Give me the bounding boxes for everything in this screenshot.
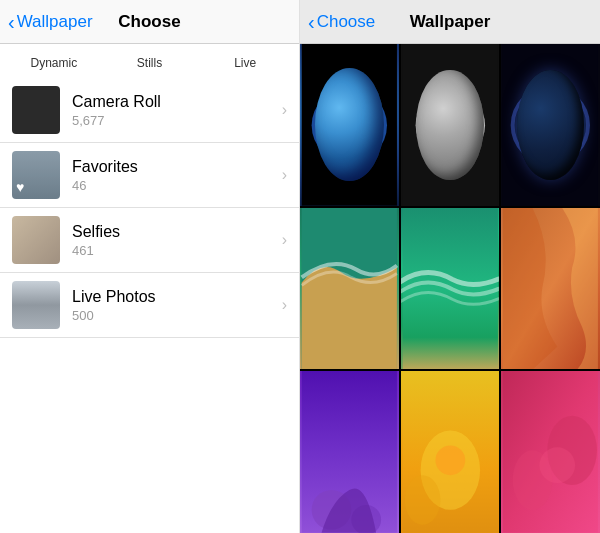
svg-point-21 xyxy=(432,106,442,116)
svg-point-18 xyxy=(312,88,387,163)
svg-point-29 xyxy=(553,110,556,113)
selfies-name: Selfies xyxy=(72,223,282,241)
left-nav-title: Choose xyxy=(118,12,180,32)
stills-label: Stills xyxy=(104,52,196,78)
svg-point-22 xyxy=(453,111,467,125)
pink-flower-wallpaper-cell[interactable] xyxy=(501,371,600,533)
wallpaper-photo-grid xyxy=(300,44,600,533)
camera-roll-count: 5,677 xyxy=(72,113,282,128)
right-nav-title: Wallpaper xyxy=(410,12,491,32)
right-panel: ‹ Choose Wallpaper xyxy=(300,0,600,533)
right-back-button[interactable]: ‹ Choose xyxy=(308,12,375,32)
svg-point-23 xyxy=(440,129,448,137)
favorites-name: Favorites xyxy=(72,158,282,176)
wave2-wallpaper-cell[interactable] xyxy=(401,208,500,370)
svg-point-30 xyxy=(559,121,563,125)
svg-point-44 xyxy=(404,475,440,525)
selfies-thumb xyxy=(12,216,60,264)
live-photos-item[interactable]: Live Photos 500 › xyxy=(0,273,299,338)
yellow-flower-wallpaper-cell[interactable] xyxy=(401,371,500,533)
wave1-wallpaper-cell[interactable] xyxy=(300,208,399,370)
abstract-wallpaper-cell[interactable] xyxy=(501,208,600,370)
svg-rect-19 xyxy=(402,44,497,206)
live-photos-chevron-icon: › xyxy=(282,296,287,314)
favorites-thumb xyxy=(12,151,60,199)
live-label: Live xyxy=(199,52,291,78)
svg-point-16 xyxy=(344,110,368,126)
svg-rect-26 xyxy=(503,44,598,206)
left-panel: ‹ Wallpaper Choose Dynamic xyxy=(0,0,300,533)
selfies-count: 461 xyxy=(72,243,282,258)
favorites-count: 46 xyxy=(72,178,282,193)
favorites-chevron-icon: › xyxy=(282,166,287,184)
live-photos-count: 500 xyxy=(72,308,282,323)
category-thumbnails: Dynamic Stills xyxy=(0,44,299,78)
earth-wallpaper-cell[interactable] xyxy=(300,44,399,206)
purple-wallpaper-cell[interactable] xyxy=(300,371,399,533)
right-nav-bar: ‹ Choose Wallpaper xyxy=(300,0,600,44)
svg-point-27 xyxy=(515,90,586,161)
svg-point-25 xyxy=(426,119,438,131)
selfies-chevron-icon: › xyxy=(282,231,287,249)
camera-roll-text: Camera Roll 5,677 xyxy=(72,93,282,128)
camera-roll-chevron-icon: › xyxy=(282,101,287,119)
right-chevron-icon: ‹ xyxy=(308,12,315,32)
left-chevron-icon: ‹ xyxy=(8,12,15,32)
night-earth-wallpaper-cell[interactable] xyxy=(501,44,600,206)
svg-point-32 xyxy=(537,124,539,126)
left-back-label: Wallpaper xyxy=(17,12,93,32)
camera-roll-item[interactable]: Camera Roll 5,677 › xyxy=(0,78,299,143)
svg-point-31 xyxy=(545,130,548,133)
live-photos-thumb xyxy=(12,281,60,329)
svg-point-48 xyxy=(540,448,576,484)
favorites-text: Favorites 46 xyxy=(72,158,282,193)
svg-point-43 xyxy=(435,446,465,476)
moon-wallpaper-cell[interactable] xyxy=(401,44,500,206)
left-back-button[interactable]: ‹ Wallpaper xyxy=(8,12,93,32)
svg-point-28 xyxy=(541,115,545,119)
dynamic-category[interactable]: Dynamic xyxy=(8,52,100,78)
svg-point-13 xyxy=(312,88,387,163)
dynamic-label: Dynamic xyxy=(8,52,100,78)
left-nav-bar: ‹ Wallpaper Choose xyxy=(0,0,299,44)
camera-roll-name: Camera Roll xyxy=(72,93,282,111)
right-back-label: Choose xyxy=(317,12,376,32)
selfies-text: Selfies 461 xyxy=(72,223,282,258)
favorites-item[interactable]: Favorites 46 › xyxy=(0,143,299,208)
camera-roll-thumb xyxy=(12,86,60,134)
svg-point-17 xyxy=(329,124,349,138)
stills-category[interactable]: Stills xyxy=(104,52,196,78)
svg-point-15 xyxy=(328,100,360,124)
live-photos-text: Live Photos 500 xyxy=(72,288,282,323)
svg-point-20 xyxy=(415,91,484,160)
live-photos-name: Live Photos xyxy=(72,288,282,306)
selfies-item[interactable]: Selfies 461 › xyxy=(0,208,299,273)
photo-albums-list: Camera Roll 5,677 › Favorites 46 › Selfi… xyxy=(0,78,299,533)
svg-rect-12 xyxy=(302,44,397,206)
svg-point-14 xyxy=(312,88,387,163)
live-category[interactable]: Live xyxy=(199,52,291,78)
svg-point-24 xyxy=(461,132,467,138)
svg-point-33 xyxy=(513,88,588,163)
